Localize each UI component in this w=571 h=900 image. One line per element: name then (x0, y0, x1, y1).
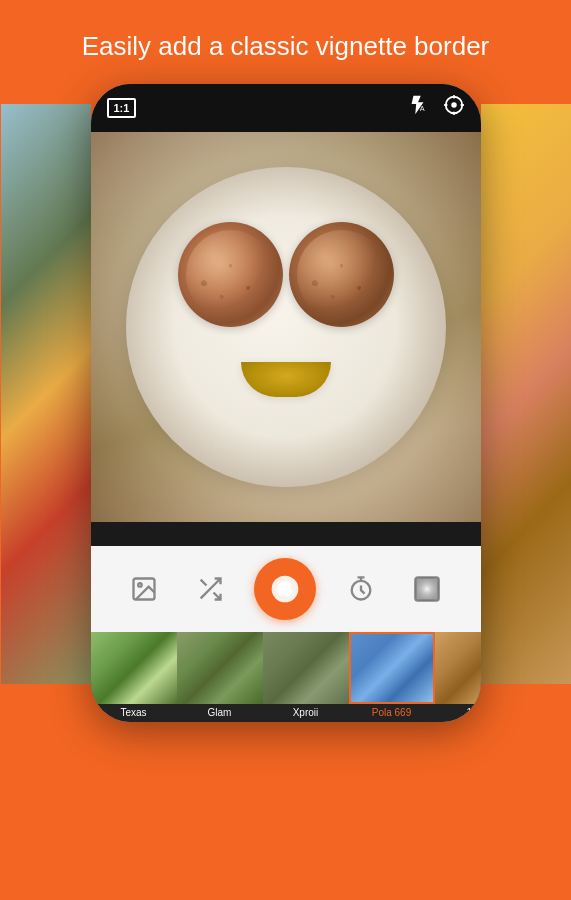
ratio-badge[interactable]: 1:1 (107, 98, 137, 118)
filter-item-texas[interactable]: Texas (91, 632, 177, 722)
filter-item-glam[interactable]: Glam (177, 632, 263, 722)
svg-point-2 (451, 102, 457, 108)
vignette-button[interactable] (405, 567, 449, 611)
camera-viewfinder (91, 132, 481, 522)
filter-label-xproii: Xproii (263, 704, 349, 722)
svg-rect-6 (460, 104, 464, 106)
svg-point-10 (277, 581, 293, 597)
filter-label-1977: 1977 (435, 704, 481, 722)
shutter-button[interactable] (254, 558, 316, 620)
filter-thumb-1977 (435, 632, 481, 704)
camera-bottombar (91, 522, 481, 546)
camera-topbar: 1:1 A (91, 84, 481, 132)
camera-screen: 1:1 A (91, 84, 481, 546)
topbar-icons: A (407, 94, 465, 122)
controls-bar (91, 546, 481, 632)
filter-thumb-texas (91, 632, 177, 704)
camera-settings-icon[interactable] (443, 94, 465, 122)
side-image-right (481, 104, 571, 684)
timer-button[interactable] (339, 567, 383, 611)
filter-thumb-pola669 (349, 632, 435, 704)
headline: Easily add a classic vignette border (42, 0, 530, 84)
side-image-left (1, 104, 91, 684)
phone-wrapper: 1:1 A (91, 84, 481, 900)
filter-label-texas: Texas (91, 704, 177, 722)
filter-thumb-glam (177, 632, 263, 704)
filter-thumb-xproii (263, 632, 349, 704)
svg-rect-4 (453, 111, 455, 115)
gallery-button[interactable] (122, 567, 166, 611)
flash-icon[interactable]: A (407, 94, 429, 122)
filter-label-glam: Glam (177, 704, 263, 722)
filter-item-xproii[interactable]: Xproii (263, 632, 349, 722)
svg-rect-3 (453, 95, 455, 99)
svg-text:A: A (419, 104, 424, 113)
filter-item-1977[interactable]: 1977 (435, 632, 481, 722)
svg-rect-13 (416, 577, 439, 600)
filter-label-pola669: Pola 669 (349, 704, 435, 722)
vignette-overlay (91, 132, 481, 522)
svg-point-8 (138, 583, 142, 587)
svg-rect-5 (443, 104, 447, 106)
shuffle-button[interactable] (188, 567, 232, 611)
filter-strip: Texas Glam Xproii Pola 669 1977 H (91, 632, 481, 722)
filter-item-pola669[interactable]: Pola 669 (349, 632, 435, 722)
phone-device: 1:1 A (91, 84, 481, 722)
